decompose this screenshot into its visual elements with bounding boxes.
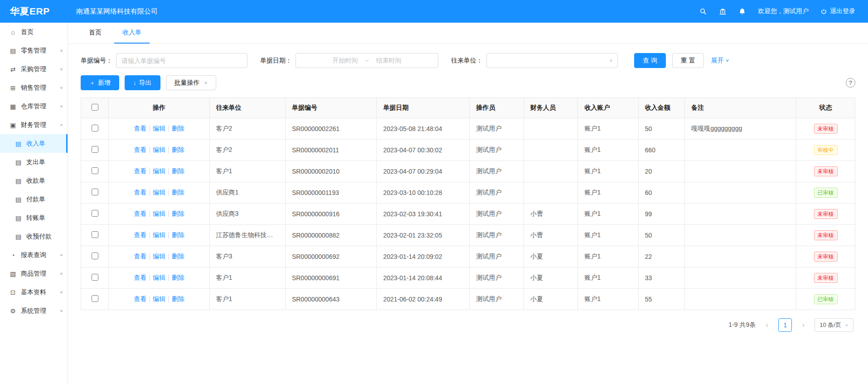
sidebar-item-label: 收款单	[26, 177, 63, 185]
row-checkbox[interactable]	[92, 253, 98, 259]
cell-date: 2023-03-10 00:10:28	[377, 182, 470, 204]
edit-link[interactable]: 编辑	[153, 167, 165, 175]
bill-number-input[interactable]	[116, 53, 247, 68]
content: 单据编号： 单据日期： 开始时间 ~ 结束时间 往来单位： ∨ 查 询 重 置 …	[68, 44, 868, 384]
sidebar-item-7[interactable]: ▧商品管理∨	[0, 264, 68, 283]
sidebar-item-6[interactable]: ◔报表查询∨	[0, 246, 68, 264]
page-size-select[interactable]: 10 条/页 ∨	[815, 318, 853, 332]
select-all-checkbox[interactable]	[92, 104, 98, 111]
prev-page-button[interactable]: ‹	[760, 318, 774, 332]
row-checkbox[interactable]	[92, 167, 98, 174]
sidebar-item-5[interactable]: ▣财务管理∧	[0, 116, 68, 134]
doc-icon: ▤	[15, 196, 22, 203]
app-layout: ⌂首页▤零售管理∨⇄采购管理∨⊞销售管理∨▦仓库管理∨▣财务管理∧▤收入单▤支出…	[0, 23, 868, 384]
date-start-input[interactable]: 开始时间	[332, 57, 358, 65]
home-icon: ⌂	[9, 29, 17, 36]
batch-button[interactable]: 批量操作 ∨	[166, 75, 216, 90]
actions-cell: 查看|编辑|删除	[109, 289, 209, 310]
view-link[interactable]: 查看	[134, 167, 146, 175]
reset-button[interactable]: 重 置	[672, 53, 704, 68]
sidebar-subitem-1[interactable]: ▤支出单	[0, 153, 68, 171]
page-number-button[interactable]: 1	[778, 318, 792, 332]
view-link[interactable]: 查看	[134, 210, 146, 217]
row-checkbox[interactable]	[92, 231, 98, 238]
delete-link[interactable]: 删除	[172, 167, 184, 175]
sidebar-subitem-3[interactable]: ▤付款单	[0, 190, 68, 209]
sidebar-item-3[interactable]: ⊞销售管理∨	[0, 78, 68, 97]
bell-icon[interactable]	[738, 8, 746, 15]
sidebar-subitem-5[interactable]: ▤收预付款	[0, 227, 68, 246]
partner-select[interactable]: ∨	[486, 53, 618, 68]
help-icon[interactable]: ?	[846, 78, 855, 87]
logout-label: 退出登录	[830, 7, 855, 15]
sidebar-subitem-4[interactable]: ▤转账单	[0, 209, 68, 227]
add-button[interactable]: ＋ 新增	[81, 75, 119, 90]
tab-1[interactable]: 收入单	[114, 23, 150, 44]
view-link[interactable]: 查看	[134, 295, 146, 302]
sidebar-subitem-2[interactable]: ▤收款单	[0, 171, 68, 190]
logout-button[interactable]: 退出登录	[820, 7, 855, 15]
search-icon[interactable]	[699, 8, 707, 15]
delete-link[interactable]: 删除	[172, 274, 184, 281]
edit-link[interactable]: 编辑	[153, 210, 165, 217]
cell-account: 账户1	[578, 182, 638, 204]
cell-finance-staff: 小曹	[524, 204, 578, 225]
view-link[interactable]: 查看	[134, 253, 146, 260]
edit-link[interactable]: 编辑	[153, 274, 165, 281]
date-end-input[interactable]: 结束时间	[376, 57, 402, 65]
sidebar-subitem-0[interactable]: ▤收入单	[0, 134, 68, 153]
actions-cell: 查看|编辑|删除	[109, 225, 209, 246]
bank-icon[interactable]	[719, 8, 727, 15]
delete-link[interactable]: 删除	[172, 125, 184, 132]
cell-operator: 测试用户	[470, 225, 524, 246]
export-button[interactable]: ↓ 导出	[125, 75, 160, 90]
delete-link[interactable]: 删除	[172, 146, 184, 153]
sidebar-item-1[interactable]: ▤零售管理∨	[0, 41, 68, 60]
sidebar-item-4[interactable]: ▦仓库管理∨	[0, 97, 68, 116]
view-link[interactable]: 查看	[134, 274, 146, 281]
cell-account: 账户1	[578, 118, 638, 140]
sidebar-item-2[interactable]: ⇄采购管理∨	[0, 60, 68, 78]
sidebar-item-0[interactable]: ⌂首页	[0, 23, 68, 41]
doc-icon: ▤	[15, 177, 22, 185]
cell-finance-staff: 小曹	[524, 225, 578, 246]
column-header: 状态	[796, 98, 855, 118]
row-checkbox[interactable]	[92, 146, 98, 153]
delete-link[interactable]: 删除	[172, 295, 184, 302]
edit-link[interactable]: 编辑	[153, 125, 165, 132]
goods-icon: ▧	[9, 270, 17, 277]
view-link[interactable]: 查看	[134, 125, 146, 132]
sidebar-item-label: 转账单	[26, 214, 63, 222]
row-checkbox[interactable]	[92, 295, 98, 302]
chevron-down-icon: ∨	[609, 58, 613, 63]
edit-link[interactable]: 编辑	[153, 231, 165, 238]
next-page-button[interactable]: ›	[796, 318, 810, 332]
view-link[interactable]: 查看	[134, 231, 146, 238]
sidebar-item-8[interactable]: ⊡基本资料∨	[0, 283, 68, 301]
tab-0[interactable]: 首页	[81, 23, 110, 44]
cell-amount: 22	[638, 246, 684, 267]
row-checkbox[interactable]	[92, 210, 98, 217]
expand-link[interactable]: 展开 ∨	[711, 57, 729, 65]
delete-link[interactable]: 删除	[172, 231, 184, 238]
date-range-picker[interactable]: 开始时间 ~ 结束时间	[296, 53, 438, 68]
table-row: 查看|编辑|删除江苏德鲁生物科技有限...SR000000008822023-0…	[81, 225, 855, 246]
sidebar-item-9[interactable]: ⚙系统管理∨	[0, 301, 68, 320]
delete-link[interactable]: 删除	[172, 189, 184, 196]
search-button[interactable]: 查 询	[634, 53, 666, 68]
expand-label: 展开	[711, 57, 724, 65]
delete-link[interactable]: 删除	[172, 253, 184, 260]
edit-link[interactable]: 编辑	[153, 295, 165, 302]
delete-link[interactable]: 删除	[172, 210, 184, 217]
row-checkbox[interactable]	[92, 274, 98, 281]
edit-link[interactable]: 编辑	[153, 146, 165, 153]
chevron-down-icon: ∨	[60, 309, 63, 313]
row-checkbox[interactable]	[92, 189, 98, 195]
view-link[interactable]: 查看	[134, 189, 146, 196]
row-checkbox[interactable]	[92, 125, 98, 131]
edit-link[interactable]: 编辑	[153, 253, 165, 260]
view-link[interactable]: 查看	[134, 146, 146, 153]
edit-link[interactable]: 编辑	[153, 189, 165, 196]
chevron-down-icon: ∨	[60, 253, 63, 257]
action-divider: |	[168, 125, 170, 132]
